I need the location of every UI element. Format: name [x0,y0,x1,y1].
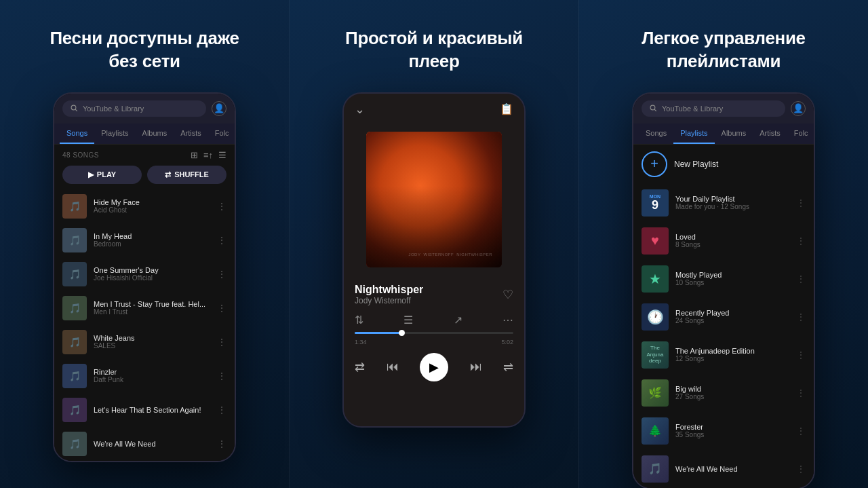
search-placeholder-3: YouTube & Library [662,105,723,113]
song-title: White Jeans [94,334,210,342]
more-icon[interactable]: ⋮ [796,388,806,398]
song-item[interactable]: 🎵 Hide My Face Acid Ghost ⋮ [54,189,235,223]
progress-bar-bg[interactable] [355,332,513,334]
more-icon[interactable]: ⋮ [217,405,226,415]
next-track-icon[interactable]: ⏭ [470,360,482,374]
playlist-count: 12 Songs [675,355,789,362]
more-icon[interactable]: ⋮ [217,201,226,212]
playlist-count: 24 Songs [675,317,789,324]
playlist-thumb-daily: MON 9 [642,189,669,217]
tab-folc-1[interactable]: Folc [208,124,235,144]
tab-albums-1[interactable]: Albums [136,124,174,144]
album-art-gradient: JODY WISTERNOFF NIGHTWHISPER [366,132,502,267]
song-title: One Summer's Day [94,266,210,274]
sort-icon[interactable]: ≡↑ [203,150,213,160]
playlist-item[interactable]: ★ Mostly Played 10 Songs ⋮ [633,260,814,298]
playlist-thumb-forester: 🌲 [642,417,669,445]
song-item[interactable]: 🎵 Men I Trust - Stay True feat. Hel... M… [54,291,235,325]
tab-playlists-3[interactable]: Playlists [673,124,714,144]
playlist-item[interactable]: 🕐 Recently Played 24 Songs ⋮ [633,298,814,336]
queue-icon[interactable]: 📋 [500,102,513,115]
more-icon[interactable]: ⋮ [217,235,226,246]
playlist-count: Made for you · 12 Songs [675,203,789,210]
playlist-item[interactable]: MON 9 Your Daily Playlist Made for you ·… [633,184,814,222]
more-icon[interactable]: ⋮ [796,236,806,246]
tab-songs-3[interactable]: Songs [639,124,673,144]
search-input-1[interactable]: YouTube & Library [62,100,206,117]
more-icon[interactable]: ⋮ [796,312,806,322]
chevron-down-icon[interactable]: ⌄ [355,102,365,117]
more-icon[interactable]: ⋮ [217,438,226,449]
filter-icon[interactable]: ⊞ [191,150,198,160]
play-pause-button[interactable]: ▶ [420,353,448,381]
search-bar-3: YouTube & Library 👤 [633,94,814,124]
share-icon[interactable]: ↗ [454,314,462,326]
new-playlist-button[interactable]: + New Playlist [633,145,814,184]
tab-artists-3[interactable]: Artists [753,124,787,144]
tab-albums-3[interactable]: Albums [715,124,753,144]
playlist-thumb-recent: 🕐 [642,303,669,331]
song-title: Men I Trust - Stay True feat. Hel... [94,300,210,308]
playlist-info: Your Daily Playlist Made for you · 12 So… [675,195,789,210]
tab-playlists-1[interactable]: Playlists [94,124,135,144]
tab-artists-1[interactable]: Artists [174,124,208,144]
shuffle-label: SHUFFLE [174,170,209,179]
play-button[interactable]: ▶ PLAY [62,166,142,184]
playlist-item[interactable]: 🎵 We're All We Need ⋮ [633,450,814,488]
playlist-name: Recently Played [675,309,789,317]
progress-area[interactable] [344,329,524,337]
profile-icon-1[interactable]: 👤 [212,101,226,116]
song-thumb: 🎵 [62,432,87,456]
song-item[interactable]: 🎵 Let's Hear That B Section Again! ⋮ [54,393,235,427]
list-icon[interactable]: ☰ [218,150,226,160]
more-icon[interactable]: ⋮ [796,350,806,360]
search-input-3[interactable]: YouTube & Library [642,100,785,117]
previous-track-icon[interactable]: ⏮ [387,360,399,374]
playlist-item[interactable]: 🌲 Forester 35 Songs ⋮ [633,412,814,450]
playlist-item[interactable]: 🌿 Big wild 27 Songs ⋮ [633,374,814,412]
song-info: We're All We Need [94,440,210,448]
more-icon[interactable]: ⋮ [217,337,226,348]
song-item[interactable]: 🎵 One Summer's Day Joe Hisaishi Official… [54,257,235,291]
playlist-info: Forester 35 Songs [675,423,789,438]
more-icon[interactable]: ⋮ [217,269,226,280]
song-title: Hide My Face [94,198,210,206]
more-icon[interactable]: ⋮ [796,464,806,474]
profile-icon-3[interactable]: 👤 [791,101,806,116]
songs-count: 48 SONGS [62,151,99,159]
playlist-thumb-mostly: ★ [642,265,669,293]
shuffle-button[interactable]: ⇄ SHUFFLE [147,166,226,184]
song-item[interactable]: 🎵 We're All We Need ⋮ [54,427,235,461]
playlist-count: 35 Songs [675,431,789,438]
more-icon[interactable]: ⋮ [796,274,806,284]
more-options-icon[interactable]: ⋯ [502,314,513,326]
like-icon[interactable]: ♡ [502,287,513,302]
more-icon[interactable]: ⋮ [796,198,806,208]
more-icon[interactable]: ⋮ [217,303,226,314]
song-info: White Jeans SALES [94,334,210,350]
song-detail-info: Nightwhisper Jody Wisternoff [355,284,423,305]
more-icon[interactable]: ⋮ [217,371,226,381]
playlist-item[interactable]: ♥ Loved 8 Songs ⋮ [633,222,814,260]
playlist-info: We're All We Need [675,465,789,473]
song-info: Let's Hear That B Section Again! [94,406,210,414]
song-title: We're All We Need [94,440,210,448]
more-icon[interactable]: ⋮ [796,426,806,436]
queue-list-icon[interactable]: ☰ [403,314,413,326]
playlist-name: We're All We Need [675,465,789,473]
shuffle-playback-icon[interactable]: ⇄ [355,360,365,375]
playlist-info: Mostly Played 10 Songs [675,271,789,286]
tab-folc-3[interactable]: Folc [787,124,814,144]
playlist-item[interactable]: TheAnjunadeep The Anjunadeep Edition 12 … [633,336,814,374]
song-item[interactable]: 🎵 Rinzler Daft Punk ⋮ [54,359,235,393]
search-icon [71,105,79,113]
tab-songs-1[interactable]: Songs [60,124,94,144]
playlist-name: Forester [675,423,789,431]
svg-point-2 [650,105,655,110]
repeat-icon[interactable]: ⇌ [503,360,513,375]
playlist-count: 27 Songs [675,393,789,400]
song-item[interactable]: 🎵 White Jeans SALES ⋮ [54,325,235,359]
equalizer-icon[interactable]: ⇅ [355,314,363,326]
song-item[interactable]: 🎵 In My Head Bedroom ⋮ [54,223,235,257]
song-info: Men I Trust - Stay True feat. Hel... Men… [94,300,210,316]
